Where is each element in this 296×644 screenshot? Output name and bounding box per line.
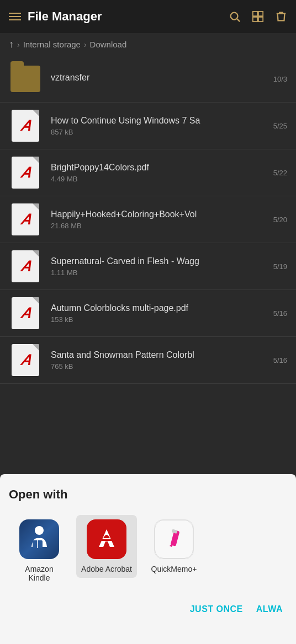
- svg-point-0: [231, 13, 238, 20]
- file-info: Santa and Snowman Pattern Colorbl 765 kB: [51, 350, 273, 371]
- delete-icon[interactable]: [275, 10, 287, 23]
- acrobat-icon-bg: [87, 519, 126, 559]
- list-item[interactable]: 𝘈 BrightPoppy14Colors.pdf 4.49 MB 5/22: [0, 149, 296, 196]
- quickmemo-icon-bg: [155, 520, 193, 559]
- file-info: How to Continue Using Windows 7 Sa 857 k…: [51, 116, 273, 136]
- file-size: 857 kB: [51, 128, 73, 136]
- pdf-icon-wrapper: 𝘈: [9, 250, 42, 283]
- quickmemo-app-icon: [154, 519, 194, 559]
- kindle-person-icon: [27, 525, 51, 554]
- header-actions: [229, 10, 287, 23]
- file-name: Autumn Colorblocks multi-page.pdf: [51, 303, 273, 313]
- kindle-app-label: Amazon Kindle: [13, 565, 65, 582]
- folder-icon: [10, 66, 40, 92]
- breadcrumb-separator-1: ›: [17, 40, 20, 49]
- svg-point-6: [35, 526, 44, 535]
- breadcrumb-internal-storage[interactable]: Internal storage: [23, 40, 81, 49]
- pdf-icon-wrapper: 𝘈: [9, 344, 42, 377]
- svg-rect-9: [101, 539, 112, 541]
- file-name: BrightPoppy14Colors.pdf: [51, 163, 273, 173]
- file-size: 1.11 MB: [51, 269, 77, 277]
- list-item[interactable]: 𝘈 How to Continue Using Windows 7 Sa 857…: [0, 103, 296, 149]
- pdf-icon: 𝘈: [12, 250, 39, 282]
- quickmemo-app-label: QuickMemo+: [151, 565, 197, 573]
- file-list: vztransfer 10/3 𝘈 How to Continue Using …: [0, 56, 296, 384]
- file-meta: 1.11 MB: [51, 269, 273, 277]
- file-date: 5/19: [273, 262, 287, 271]
- svg-rect-4: [253, 17, 257, 22]
- acrobat-app-icon: [87, 519, 126, 559]
- list-item[interactable]: vztransfer 10/3: [0, 56, 296, 103]
- acrobat-app-label: Adobe Acrobat: [81, 565, 132, 573]
- file-size: 153 kB: [51, 315, 73, 324]
- svg-line-1: [237, 19, 240, 22]
- svg-rect-12: [171, 529, 177, 534]
- file-name: How to Continue Using Windows 7 Sa: [51, 116, 273, 126]
- always-button[interactable]: ALWA: [256, 604, 283, 614]
- file-info: Happily+Hooked+Coloring+Book+Vol 21.68 M…: [51, 210, 273, 230]
- file-meta: 765 kB: [51, 362, 273, 371]
- file-size: 21.68 MB: [51, 222, 82, 230]
- file-meta: 153 kB: [51, 315, 273, 324]
- app-list: Amazon Kindle Adobe Acrobat: [9, 515, 287, 587]
- list-item[interactable]: 𝘈 Happily+Hooked+Coloring+Book+Vol 21.68…: [0, 196, 296, 243]
- file-date: 5/25: [273, 122, 287, 130]
- breadcrumb-current: Download: [90, 40, 127, 49]
- pdf-icon: 𝘈: [12, 157, 39, 189]
- file-meta: 4.49 MB: [51, 175, 273, 183]
- pdf-icon-wrapper: 𝘈: [9, 109, 42, 142]
- pdf-icon-wrapper: 𝘈: [9, 156, 42, 189]
- app-item-kindle[interactable]: Amazon Kindle: [9, 515, 70, 587]
- breadcrumb: ↑ › Internal storage › Download: [0, 33, 296, 56]
- file-date: 5/16: [273, 309, 287, 318]
- file-date: 5/22: [273, 169, 287, 177]
- pdf-icon-wrapper: 𝘈: [9, 297, 42, 330]
- kindle-app-icon: [19, 519, 59, 559]
- file-info: Supernatural- Carved in Flesh - Wagg 1.1…: [51, 256, 273, 277]
- app-title: File Manager: [28, 9, 102, 24]
- file-date: 5/16: [273, 356, 287, 364]
- list-item[interactable]: 𝘈 Autumn Colorblocks multi-page.pdf 153 …: [0, 290, 296, 337]
- svg-rect-3: [258, 12, 263, 16]
- file-meta: 21.68 MB: [51, 222, 273, 230]
- pdf-icon: 𝘈: [12, 203, 39, 235]
- file-date: 10/3: [273, 75, 287, 83]
- file-size: 4.49 MB: [51, 175, 77, 183]
- search-icon[interactable]: [229, 10, 241, 23]
- folder-icon-wrapper: [9, 62, 42, 95]
- file-name: vztransfer: [51, 73, 273, 83]
- back-arrow-icon[interactable]: ↑: [9, 39, 14, 50]
- file-name: Supernatural- Carved in Flesh - Wagg: [51, 256, 273, 266]
- list-item[interactable]: 𝘈 Santa and Snowman Pattern Colorbl 765 …: [0, 337, 296, 384]
- file-name: Happily+Hooked+Coloring+Book+Vol: [51, 210, 273, 219]
- pdf-icon: 𝘈: [12, 297, 39, 329]
- bottom-actions: JUST ONCE ALWA: [9, 595, 287, 623]
- file-meta: 857 kB: [51, 128, 273, 136]
- file-info: Autumn Colorblocks multi-page.pdf 153 kB: [51, 303, 273, 324]
- kindle-icon-bg: [19, 519, 59, 559]
- file-info: BrightPoppy14Colors.pdf 4.49 MB: [51, 163, 273, 183]
- app-item-acrobat[interactable]: Adobe Acrobat: [76, 515, 137, 578]
- list-item[interactable]: 𝘈 Supernatural- Carved in Flesh - Wagg 1…: [0, 243, 296, 290]
- open-with-sheet: Open with Amazon Kindle: [0, 474, 296, 644]
- pdf-icon: 𝘈: [12, 110, 39, 142]
- open-with-title: Open with: [9, 487, 287, 502]
- svg-rect-5: [258, 17, 263, 22]
- app-header: File Manager: [0, 0, 296, 33]
- pdf-icon-wrapper: 𝘈: [9, 203, 42, 236]
- app-item-quickmemo[interactable]: QuickMemo+: [144, 515, 204, 578]
- quickmemo-pencil-icon: [163, 528, 185, 550]
- pdf-icon: 𝘈: [12, 344, 39, 376]
- hamburger-menu-icon[interactable]: [9, 13, 21, 20]
- file-date: 5/20: [273, 216, 287, 224]
- acrobat-symbol-icon: [93, 526, 120, 552]
- view-toggle-icon[interactable]: [252, 10, 264, 23]
- file-size: 765 kB: [51, 362, 73, 371]
- breadcrumb-separator-2: ›: [84, 40, 87, 49]
- file-info: vztransfer: [51, 73, 273, 85]
- header-left: File Manager: [9, 9, 229, 24]
- file-name: Santa and Snowman Pattern Colorbl: [51, 350, 273, 360]
- svg-rect-2: [253, 12, 257, 16]
- just-once-button[interactable]: JUST ONCE: [190, 604, 243, 614]
